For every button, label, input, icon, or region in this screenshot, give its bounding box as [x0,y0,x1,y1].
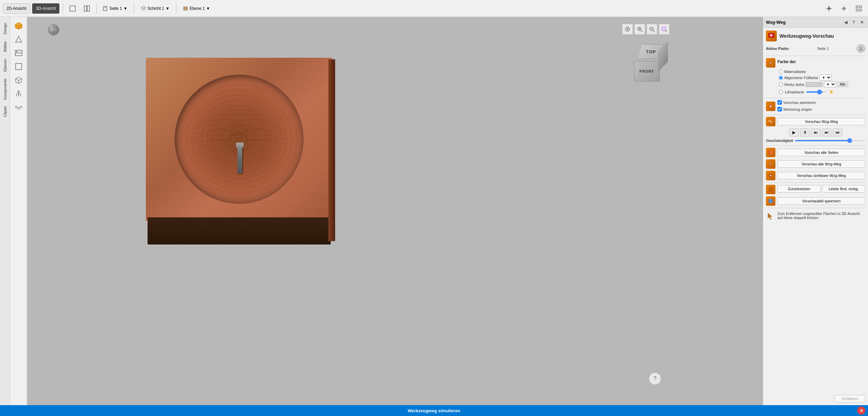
vorschau-alle-wzgweg-button[interactable]: Vorschau alle Wzg-Weg [777,160,865,168]
svg-rect-81 [769,201,772,203]
panel-collapse-button[interactable]: ◀ [842,19,849,26]
status-label: Werkzeugweg simulieren [408,408,460,413]
svg-line-6 [141,9,143,11]
help-button[interactable]: ? [649,373,661,385]
vorschau-wzgweg-button[interactable]: Vorschau Wzg-Weg [777,118,865,125]
svg-line-44 [653,30,655,32]
view-indicator-ball[interactable] [47,24,60,37]
zoom-in-icon [637,26,643,32]
zuruecksetzen-button[interactable]: Zurücksetzen [777,185,821,193]
snap-button[interactable] [823,3,835,14]
play-button[interactable]: ▶ [789,128,799,137]
farbe-der-title: Farbe der [777,59,796,64]
toolbar-separator-4 [176,3,176,14]
panel-close-button[interactable]: ✕ [859,19,865,26]
layout-single-button[interactable] [66,3,79,14]
play-icon [768,33,775,39]
left-sidebar: Design Blätter Ebenen Komponente Clipart [0,17,10,405]
step-button[interactable]: ⏭ [811,128,821,137]
wave-icon [15,103,23,111]
vorschau-alle-seiten-button[interactable]: Vorschau alle Seiten [777,149,865,156]
zoom-out-button[interactable] [647,24,657,35]
werkzfarbe-radio[interactable] [779,83,783,87]
svg-rect-18 [856,9,858,11]
grid-button[interactable] [852,3,865,14]
pause-button[interactable]: ⏸ [800,128,810,137]
lithophanie-radio[interactable] [779,90,783,94]
3dbox-icon-btn[interactable] [13,74,25,86]
vorschau-wzgweg-icon [766,117,775,126]
lithophanie-slider[interactable] [806,91,827,93]
view-2d-button[interactable]: 2D-Ansicht [3,3,30,14]
sidebar-tab-clipart[interactable]: Clipart [1,103,9,120]
image-icon-btn[interactable] [13,47,25,59]
wave-icon-btn[interactable] [13,101,25,113]
divider-6 [766,208,865,208]
block-side-right [328,59,335,241]
svg-line-47 [665,30,667,32]
skip-end-button[interactable]: ⏮ [833,128,842,137]
info-text: Zum Entfernen ungewollter Flächen in 3D-… [777,212,865,220]
sidebar-tab-komponente[interactable]: Komponente [1,75,9,103]
cube-front-face: FRONT [634,61,660,82]
vorschau-animieren-checkbox[interactable] [777,100,782,105]
vorschau-wzgweg-row: Vorschau Wzg-Weg [766,117,865,126]
toolbar-separator-1 [63,3,63,14]
panel-content: Werkzeugweg-Vorschau Aktive Platte: Seit… [763,28,868,391]
zoom-fit-icon [624,26,631,32]
panel-help-button[interactable]: ? [850,19,857,26]
letzte-aend-button[interactable]: Letzte Änd. rückg. [822,185,866,193]
allgemeine-fuellfarbe-select[interactable]: ▼ [819,75,832,80]
anchor-icon-btn[interactable] [13,88,25,100]
schliessen-button[interactable]: Schließen [834,395,865,402]
orientation-cube[interactable]: TOP FRONT [634,44,668,82]
lithophanie-row: Lithophanie ☀ [766,88,865,96]
divider-3 [766,114,865,115]
sidebar-tab-blatter[interactable]: Blätter [1,38,9,55]
cube-front-label: FRONT [640,69,654,73]
grid-snap-button[interactable] [837,3,850,14]
layout-split-button[interactable] [81,3,93,14]
werkzfarbe-swatch[interactable] [806,82,823,87]
seite-dropdown-button[interactable]: Seite 1 ▼ [100,3,130,14]
schicht-dropdown-button[interactable]: Schicht 1 ▼ [138,3,173,14]
vorschau-sichtbare-button[interactable]: Vorschau sichtbare Wzg-Weg [777,172,865,179]
zoom-fit-button[interactable] [622,24,633,35]
viewport[interactable]: TOP FRONT [27,17,763,405]
layout-single-icon [70,5,76,12]
status-close-button[interactable]: ✕ [857,406,865,415]
aktive-platte-value: Seite 1 [817,47,829,51]
viewport-zoom-controls [622,24,670,35]
triangle-icon-btn[interactable] [13,33,25,46]
svg-rect-17 [860,6,862,8]
alle-button[interactable]: Alle [837,82,848,87]
svg-rect-2 [87,6,90,11]
sidebar-tab-ebenen[interactable]: Ebenen [1,56,9,75]
zoom-in-button[interactable] [634,24,645,35]
rect-icon-btn[interactable] [13,60,25,73]
werkzfarbe-select[interactable]: ▼ [824,82,836,87]
snap-icon [826,5,832,12]
animation-icon [768,104,773,109]
panel-titlebar: Wzg-Weg ◀ ? ✕ [763,17,868,28]
sidebar-tab-design[interactable]: Design [1,20,9,37]
allgemeine-fuellfarbe-radio[interactable] [779,76,783,80]
divider-4 [766,145,865,146]
svg-rect-0 [70,6,75,11]
reset-row: Zurücksetzen Letzte Änd. rückg. [766,185,865,194]
ebene-dropdown-button[interactable]: Ebene 1 ▼ [180,3,213,14]
view-ball-icon [47,24,60,36]
materialfarbe-radio[interactable] [779,70,783,74]
svg-point-53 [187,90,292,188]
svg-point-77 [770,175,771,176]
view-3d-button[interactable]: 3D-Ansicht [32,3,60,14]
vorschau-sichtbare-icon [766,171,775,180]
zoom-region-button[interactable] [659,24,670,35]
vorschaubild-speichern-button[interactable]: Vorschaubild speichern [777,197,865,205]
werkzeug-zeigen-checkbox[interactable] [777,107,782,111]
status-bar: Werkzeugweg simulieren ✕ [0,405,868,416]
svg-rect-26 [16,64,22,70]
cube-icon-btn[interactable] [13,20,25,32]
geschwindigkeit-slider[interactable] [795,140,865,141]
fast-forward-button[interactable]: ⏭ [822,128,831,137]
